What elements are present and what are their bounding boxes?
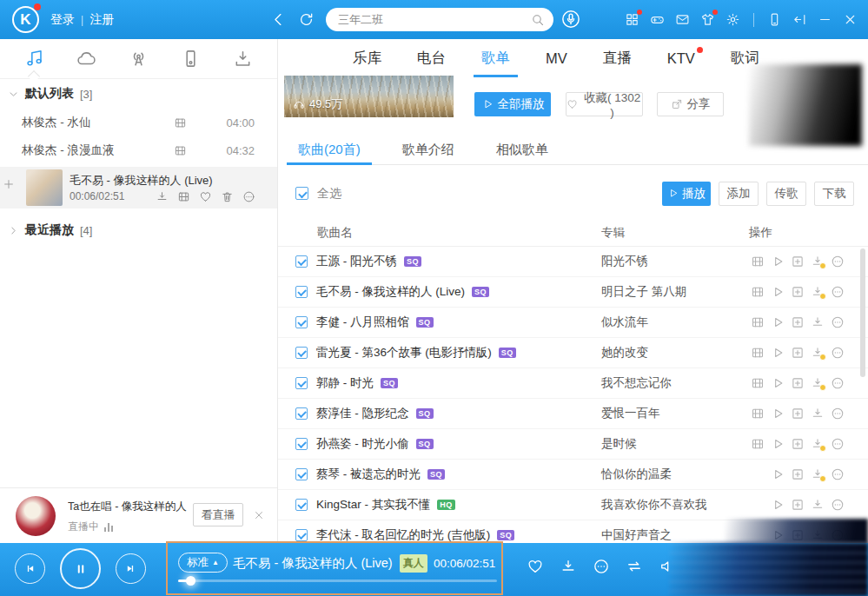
nav-tab[interactable]: MV <box>546 39 567 77</box>
phone-button[interactable] <box>767 12 782 27</box>
play-icon[interactable] <box>771 498 785 512</box>
register-link[interactable]: 注册 <box>89 12 114 28</box>
row-checkbox[interactable] <box>295 529 308 541</box>
mail-button[interactable] <box>675 12 690 27</box>
add-icon[interactable] <box>791 407 805 421</box>
minimize-button[interactable] <box>818 12 832 27</box>
trash-icon[interactable] <box>221 190 234 203</box>
download-icon[interactable] <box>560 558 577 575</box>
mv-icon[interactable] <box>177 190 190 203</box>
row-checkbox[interactable] <box>295 407 308 420</box>
back-icon[interactable] <box>270 11 287 28</box>
radio-icon[interactable] <box>129 49 149 69</box>
previous-button[interactable] <box>15 553 45 584</box>
nav-tab[interactable]: 直播 <box>603 39 632 77</box>
device-icon[interactable] <box>181 49 201 69</box>
table-row[interactable]: 雷光夏 - 第36个故事 (电影抒情版) SQ 她的改变 <box>278 338 868 368</box>
more-icon[interactable] <box>831 285 845 299</box>
download-icon[interactable] <box>811 255 825 268</box>
play-all-button[interactable]: 全部播放 <box>474 92 551 116</box>
playlist-cover-image[interactable]: 49.5万 <box>284 76 454 117</box>
pause-button[interactable] <box>60 548 101 589</box>
add-icon[interactable] <box>791 437 805 451</box>
more-icon[interactable] <box>831 498 845 512</box>
mv-icon[interactable] <box>751 346 765 360</box>
play-icon[interactable] <box>771 315 785 329</box>
cloud-icon[interactable] <box>76 49 96 69</box>
download-button[interactable]: 下载 <box>814 182 854 206</box>
play-icon[interactable] <box>771 376 785 390</box>
play-icon[interactable] <box>771 285 785 299</box>
nav-tab[interactable]: 乐库 <box>353 39 381 77</box>
mini-player-button[interactable] <box>792 12 807 27</box>
playlist-header-recent[interactable]: 最近播放 [4] <box>0 215 277 245</box>
more-icon[interactable] <box>593 558 610 575</box>
row-checkbox[interactable] <box>295 438 308 450</box>
more-icon[interactable] <box>831 467 845 481</box>
mv-icon[interactable] <box>174 116 187 129</box>
add-icon[interactable] <box>791 376 805 390</box>
mv-icon[interactable] <box>751 315 765 329</box>
table-row[interactable]: KingStar - 其实我不懂 HQ 我喜欢你你不喜欢我 <box>278 490 868 520</box>
table-row[interactable]: 王源 - 阳光不锈 SQ 阳光不锈 <box>278 247 868 277</box>
row-checkbox[interactable] <box>295 255 308 268</box>
mv-icon[interactable] <box>751 376 765 390</box>
heart-icon[interactable] <box>527 558 544 575</box>
download-icon[interactable] <box>811 346 825 360</box>
gear-button[interactable] <box>726 12 740 27</box>
add-button[interactable]: 添加 <box>719 182 759 206</box>
table-row[interactable]: 蔡琴 - 被遗忘的时光 SQ 恰似你的温柔 <box>278 460 868 490</box>
transfer-button[interactable]: 传歌 <box>766 182 806 206</box>
nav-tab[interactable]: 歌单 <box>481 39 510 77</box>
sidebar-song-row[interactable]: 林俊杰 - 水仙 04:00 <box>0 109 277 136</box>
add-icon[interactable] <box>791 255 805 268</box>
table-row[interactable]: 李健 - 八月照相馆 SQ 似水流年 <box>278 308 868 338</box>
add-icon[interactable] <box>791 315 805 329</box>
add-icon[interactable] <box>791 467 805 481</box>
favorite-button[interactable]: 收藏( 1302 ) <box>566 92 643 116</box>
mv-icon[interactable] <box>751 407 765 421</box>
heart-icon[interactable] <box>199 190 212 203</box>
download-icon[interactable] <box>156 190 169 203</box>
table-row[interactable]: 毛不易 - 像我这样的人 (Live) SQ 明日之子 第八期 <box>278 277 868 308</box>
row-checkbox[interactable] <box>295 499 308 511</box>
login-link[interactable]: 登录 <box>50 12 75 28</box>
download-icon[interactable] <box>811 407 825 421</box>
sidebar-song-row[interactable]: 林俊杰 - 浪漫血液 04:32 <box>0 136 277 164</box>
nav-tab[interactable]: 电台 <box>417 39 446 77</box>
download-tray-icon[interactable] <box>233 49 253 69</box>
add-icon[interactable] <box>791 498 805 512</box>
close-icon[interactable] <box>253 509 265 521</box>
table-row[interactable]: 蔡淳佳 - 隐形纪念 SQ 爱恨一百年 <box>278 399 868 429</box>
download-icon[interactable] <box>811 467 825 481</box>
apps-button[interactable] <box>625 12 639 27</box>
search-icon[interactable] <box>531 13 545 27</box>
play-icon[interactable] <box>771 437 785 451</box>
play-icon[interactable] <box>771 255 785 268</box>
row-checkbox[interactable] <box>295 347 308 359</box>
nav-tab[interactable]: KTV <box>667 39 695 77</box>
mv-icon[interactable] <box>751 437 765 451</box>
content-tab[interactable]: 相似歌单 <box>485 135 560 164</box>
gamepad-button[interactable] <box>650 12 665 27</box>
download-icon[interactable] <box>811 285 825 299</box>
mv-icon[interactable] <box>751 285 765 299</box>
scrollbar-thumb[interactable] <box>860 248 865 377</box>
share-button[interactable]: 分享 <box>657 92 724 116</box>
row-checkbox[interactable] <box>295 468 308 480</box>
more-icon[interactable] <box>831 255 845 268</box>
download-icon[interactable] <box>811 498 825 512</box>
play-icon[interactable] <box>771 467 785 481</box>
content-tab[interactable]: 歌单介绍 <box>391 135 466 164</box>
more-icon[interactable] <box>831 437 845 451</box>
watch-live-button[interactable]: 看直播 <box>193 503 243 526</box>
music-note-icon[interactable] <box>24 49 44 69</box>
now-playing-row[interactable]: 毛不易 - 像我这样的人 (Live) 00:06/02:51 <box>0 167 277 209</box>
play-icon[interactable] <box>771 407 785 421</box>
select-all-checkbox[interactable] <box>295 187 308 200</box>
live-streamer-avatar[interactable] <box>16 496 56 536</box>
close-button[interactable] <box>843 12 858 27</box>
mv-icon[interactable] <box>174 144 187 157</box>
refresh-icon[interactable] <box>298 11 315 28</box>
download-icon[interactable] <box>811 437 825 451</box>
